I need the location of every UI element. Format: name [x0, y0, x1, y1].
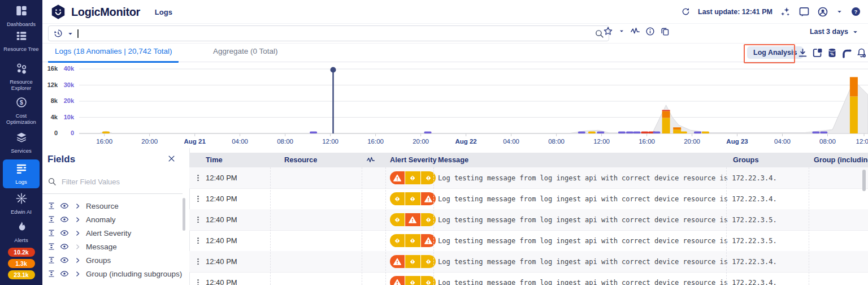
sidebar-item-services[interactable]: Services	[1, 131, 41, 154]
field-expand-chevron-icon[interactable]	[74, 230, 81, 237]
column-separator	[433, 167, 434, 285]
copy-icon	[660, 27, 670, 36]
add-widget-button[interactable]	[812, 48, 823, 58]
field-visibility-eye-icon[interactable]	[60, 242, 69, 251]
field-visibility-eye-icon[interactable]	[60, 215, 69, 224]
field-expand-chevron-icon[interactable]	[74, 202, 81, 210]
log-search-box[interactable]	[48, 25, 609, 41]
column-header-subgroups[interactable]: Group (including subgroups)	[814, 153, 868, 167]
refresh-button[interactable]	[681, 7, 691, 16]
column-header-anomaly[interactable]	[366, 153, 375, 167]
severity-warn-segment	[405, 276, 420, 285]
sidebar-item-resource-explorer[interactable]: Resource Explorer	[1, 62, 41, 92]
field-expand-chevron-icon[interactable]	[74, 216, 81, 223]
field-drag-handle[interactable]	[47, 270, 55, 278]
sidebar-item-logs[interactable]: Logs	[3, 159, 40, 188]
column-header-groups[interactable]: Groups	[733, 153, 759, 167]
field-visibility-eye-icon[interactable]	[60, 228, 69, 238]
alert-count-badge[interactable]: 23.1k	[8, 270, 35, 279]
field-expand-chevron-icon[interactable]	[74, 257, 81, 264]
field-item[interactable]: Anomaly	[42, 213, 183, 226]
text-cursor	[77, 29, 79, 38]
column-header-time[interactable]: Time	[206, 153, 223, 167]
favorite-star-button[interactable]	[603, 26, 613, 36]
log-row[interactable]: 12:40 PM Log testing message from log in…	[189, 167, 868, 189]
log-analysis-button[interactable]: Log Analysis	[747, 46, 803, 59]
alert-settings-button[interactable]	[856, 48, 867, 58]
chart-plot[interactable]	[79, 64, 868, 138]
history-button[interactable]	[53, 28, 63, 38]
column-header-message[interactable]: Message	[438, 153, 468, 167]
field-item[interactable]: Alert Severity	[42, 226, 183, 240]
filter-field-input[interactable]	[60, 177, 179, 187]
anomaly-toggle-button[interactable]	[630, 26, 640, 36]
pipeline-button[interactable]	[841, 48, 852, 58]
field-expand-chevron-icon[interactable]	[74, 270, 81, 278]
y-axis-left-tick: 12k	[42, 81, 58, 88]
field-item[interactable]: Resource	[42, 199, 183, 213]
eye-icon	[60, 201, 69, 210]
y-axis-right-tick: 40k	[60, 65, 74, 72]
sidebar-item-cost-optimization[interactable]: $ Cost Optimization	[1, 96, 41, 126]
row-menu-button[interactable]	[194, 167, 202, 188]
field-drag-handle[interactable]	[47, 256, 55, 264]
fields-scrollbar[interactable]	[183, 198, 185, 231]
download-button[interactable]	[797, 48, 808, 58]
log-row[interactable]: 12:40 PM Log testing message from log in…	[189, 188, 868, 210]
sidebar-item-resource-tree[interactable]: Resource Tree	[1, 29, 41, 52]
drag-icon	[47, 243, 55, 251]
log-row[interactable]: 12:40 PM Log testing message from log in…	[189, 230, 868, 252]
table-scrollbar[interactable]	[862, 170, 866, 191]
column-header-severity[interactable]: Alert Severity	[390, 153, 437, 167]
log-row[interactable]: 12:40 PM Log testing message from log in…	[189, 209, 868, 231]
copy-query-button[interactable]	[660, 27, 670, 36]
column-header-resource[interactable]: Resource	[284, 153, 317, 167]
tab-logs[interactable]: Logs (18 Anomalies | 20,742 Total)	[48, 43, 179, 63]
field-drag-handle[interactable]	[47, 229, 55, 237]
user-avatar-button[interactable]	[817, 6, 828, 18]
close-fields-button[interactable]	[167, 154, 176, 163]
field-drag-handle[interactable]	[47, 215, 55, 223]
sidebar-item-edwin-ai[interactable]: Edwin AI	[1, 192, 41, 215]
sidebar-item-label: Resource Explorer	[1, 79, 41, 92]
field-item[interactable]: Groups	[42, 253, 183, 267]
field-drag-handle[interactable]	[47, 243, 55, 251]
notifications-button[interactable]	[798, 6, 810, 18]
anomaly-icon	[630, 26, 640, 36]
row-menu-button[interactable]	[194, 272, 202, 285]
diamond-icon	[424, 215, 433, 224]
log-row[interactable]: 12:40 PM Log testing message from log in…	[189, 251, 868, 273]
log-volume-chart: 16k12k8k4k040k30k20k10k016:0020:00Aug 21…	[42, 62, 868, 148]
anomaly-icon	[366, 156, 375, 165]
row-menu-button[interactable]	[194, 209, 202, 230]
field-expand-chevron-icon[interactable]	[74, 243, 81, 251]
field-drag-handle[interactable]	[47, 202, 55, 210]
field-visibility-eye-icon[interactable]	[60, 256, 69, 265]
sidebar-item-alerts[interactable]: Alerts	[1, 221, 41, 243]
search-input[interactable]	[82, 29, 592, 38]
diamond-icon	[408, 278, 417, 285]
field-visibility-eye-icon[interactable]	[60, 269, 69, 278]
row-menu-button[interactable]	[194, 251, 202, 272]
field-visibility-eye-icon[interactable]	[60, 201, 69, 210]
tab-aggregate[interactable]: Aggregate (0 Total)	[206, 43, 285, 61]
row-menu-button[interactable]	[194, 188, 202, 209]
sidebar-item-dashboards[interactable]: Dashboards	[1, 5, 41, 27]
ai-sparkles-button[interactable]	[780, 6, 791, 18]
usage-button[interactable]: %	[827, 48, 837, 58]
help-button[interactable]: ?	[850, 6, 861, 17]
alert-count-badge[interactable]: 10.2k	[8, 248, 35, 257]
history-caret-icon[interactable]	[67, 30, 74, 37]
star-caret-icon[interactable]	[618, 28, 625, 34]
x-axis-tick: 16:00	[96, 138, 112, 145]
severity-badge	[390, 209, 436, 230]
field-item[interactable]: Message	[42, 240, 183, 253]
row-menu-button[interactable]	[194, 230, 202, 251]
time-range-dropdown[interactable]: Last 3 days	[810, 28, 859, 36]
avatar-caret-icon[interactable]	[836, 8, 843, 15]
field-item[interactable]: Group (including subgroups)	[42, 267, 183, 280]
y-axis-left-tick: 0	[42, 129, 58, 136]
log-row[interactable]: 12:40 PM Log testing message from log in…	[189, 272, 868, 285]
info-button[interactable]	[645, 27, 655, 36]
alert-count-badge[interactable]: 1.3k	[8, 259, 35, 268]
